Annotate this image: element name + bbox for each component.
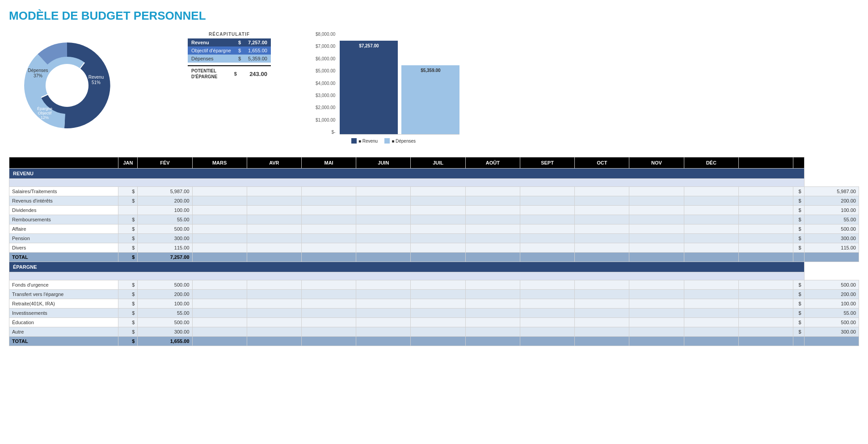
fonds-jan: 500.00 <box>138 280 192 290</box>
pension-jan: 300.00 <box>138 234 192 243</box>
fonds-sept <box>575 280 629 290</box>
svg-text:12%: 12% <box>41 115 49 120</box>
summary-table: Revenu $ 7,257.00 Objectif d'épargne $ 1… <box>188 38 271 63</box>
page: MODÈLE DE BUDGET PERSONNEL <box>0 0 868 444</box>
spreadsheet: JAN FÉV MARS AVR MAI JUIN JUIL AOÛT SEPT… <box>9 157 859 346</box>
education-juil <box>465 318 520 327</box>
summary-row-potentiel: POTENTIELD'ÉPARGNE $ 243.00 <box>188 66 271 81</box>
education-juin <box>411 318 465 327</box>
affaire-total-currency: $ <box>793 224 804 234</box>
summary-header: RÉCAPITULATIF <box>188 32 271 37</box>
row-salaires: Salaires/Traitements $ 5,987.00 $ 5,987.… <box>9 187 859 196</box>
donut-chart: Revenu 51% Dépenses 37% Épargne Objectif… <box>9 32 134 130</box>
header-oct: OCT <box>575 157 629 169</box>
y-axis-label-4000: $4,000.00 <box>316 81 336 86</box>
autre-total: 300.00 <box>804 327 859 337</box>
fonds-juin <box>411 280 465 290</box>
retraite-total-currency: $ <box>793 299 804 309</box>
summary-potentiel-currency: $ <box>228 66 240 81</box>
remboursements-jan-currency: $ <box>118 215 138 224</box>
label-retraite: Retraite(401K, IRA) <box>9 299 118 309</box>
salaires-aout <box>520 187 574 196</box>
fonds-aout <box>520 280 574 290</box>
revenus-juil <box>465 196 520 206</box>
transfert-dec <box>738 290 793 299</box>
revenus-aout <box>520 196 574 206</box>
bar-chart-section: $8,000.00 $7,000.00 $6,000.00 $5,000.00 … <box>316 32 460 144</box>
total-epargne-juil <box>465 337 520 346</box>
summary-objectif-currency: $ <box>235 47 244 55</box>
invest-juin <box>411 309 465 318</box>
transfert-fev <box>192 290 247 299</box>
summary-depenses-amount: 5,359.00 <box>244 55 271 63</box>
svg-text:Dépenses: Dépenses <box>28 68 48 73</box>
revenus-nov <box>684 196 738 206</box>
total-revenu-mai <box>356 253 411 262</box>
summary-objectif-label: Objectif d'épargne <box>188 47 235 55</box>
salaires-dec <box>738 187 793 196</box>
row-affaire: Affaire $ 500.00 $ 500.00 <box>9 224 859 234</box>
label-autre: Autre <box>9 327 118 337</box>
header-aout: AOÛT <box>465 157 520 169</box>
revenus-total-currency: $ <box>793 196 804 206</box>
pension-sept <box>575 234 629 243</box>
fonds-mai <box>356 280 411 290</box>
autre-mai <box>356 327 411 337</box>
remboursements-oct <box>629 215 684 224</box>
invest-dec <box>738 309 793 318</box>
total-revenu-dec <box>738 253 793 262</box>
divers-aout <box>520 243 574 253</box>
legend-revenu-box <box>351 138 357 144</box>
fonds-total-currency: $ <box>793 280 804 290</box>
retraite-jan-currency: $ <box>118 299 138 309</box>
invest-aout <box>520 309 574 318</box>
summary-row-revenu: Revenu $ 7,257.00 <box>188 38 271 47</box>
salaires-sept <box>575 187 629 196</box>
dividendes-jan-currency <box>118 206 138 215</box>
autre-juin <box>411 327 465 337</box>
row-transfert: Transfert vers l'épargne $ 200.00 $ 200.… <box>9 290 859 299</box>
transfert-juil <box>465 290 520 299</box>
row-retraite: Retraite(401K, IRA) $ 100.00 $ 100.00 <box>9 299 859 309</box>
summary-section: RÉCAPITULATIF Revenu $ 7,257.00 Objectif… <box>188 32 271 81</box>
label-dividendes: Dividendes <box>9 206 118 215</box>
divers-jan: 115.00 <box>138 243 192 253</box>
invest-jan: 55.00 <box>138 309 192 318</box>
total-revenu-juil <box>465 253 520 262</box>
total-epargne-oct <box>629 337 684 346</box>
autre-fev <box>192 327 247 337</box>
section-epargne-spacer <box>9 272 805 280</box>
pension-juin <box>411 234 465 243</box>
education-fev <box>192 318 247 327</box>
pension-total-currency: $ <box>793 234 804 243</box>
header-mars: MARS <box>192 157 247 169</box>
summary-revenu-label: Revenu <box>188 38 235 47</box>
total-row-revenu: TOTAL $ 7,257.00 <box>9 253 859 262</box>
section-revenu-spacer <box>9 179 805 187</box>
divers-mars <box>247 243 301 253</box>
transfert-sept <box>575 290 629 299</box>
affaire-avr <box>301 224 356 234</box>
salaires-avr <box>301 187 356 196</box>
salaires-jan: 5,987.00 <box>138 187 192 196</box>
label-education: Éducation <box>9 318 118 327</box>
revenus-dec <box>738 196 793 206</box>
column-header-row: JAN FÉV MARS AVR MAI JUIN JUIL AOÛT SEPT… <box>9 157 859 169</box>
svg-text:Objectif: Objectif <box>38 111 52 115</box>
total-epargne-avr <box>301 337 356 346</box>
summary-potentiel-table: POTENTIELD'ÉPARGNE $ 243.00 <box>188 65 271 81</box>
salaires-total-currency: $ <box>793 187 804 196</box>
fonds-juil <box>465 280 520 290</box>
dividendes-juin <box>411 206 465 215</box>
y-axis-label-5000: $5,000.00 <box>316 68 336 73</box>
retraite-aout <box>520 299 574 309</box>
affaire-jan-currency: $ <box>118 224 138 234</box>
salaires-total: 5,987.00 <box>804 187 859 196</box>
bar-legend: ■ Revenu ■ Dépenses <box>351 138 460 144</box>
label-fonds-urgence: Fonds d'urgence <box>9 280 118 290</box>
pension-nov <box>684 234 738 243</box>
y-axis-label-2000: $2,000.00 <box>316 105 336 110</box>
education-total-currency: $ <box>793 318 804 327</box>
invest-nov <box>684 309 738 318</box>
header-avr: AVR <box>247 157 301 169</box>
